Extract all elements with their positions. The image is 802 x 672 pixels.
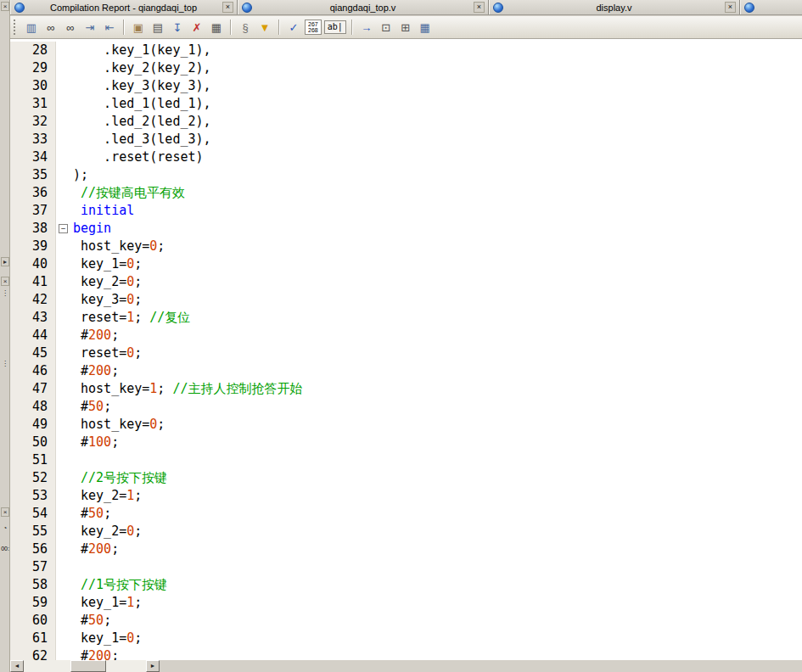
- fold-margin: [56, 523, 73, 540]
- close-dock-icon[interactable]: ×: [1, 2, 9, 11]
- code-line[interactable]: 34 .reset(reset): [10, 148, 802, 166]
- window-icon-1[interactable]: ⊡: [378, 19, 395, 36]
- expand-panel-icon[interactable]: ▸: [1, 257, 9, 266]
- copy-icon[interactable]: ▤: [149, 19, 166, 36]
- code-line[interactable]: 28 .key_1(key_1),: [10, 42, 802, 59]
- code-line[interactable]: 56 #200;: [10, 540, 802, 558]
- line-number: 57: [10, 558, 56, 576]
- tab-display[interactable]: display.v ×: [489, 0, 740, 14]
- fold-margin: [56, 184, 73, 202]
- fold-margin: [56, 362, 73, 380]
- code-line[interactable]: 33 .led_3(led_3),: [10, 131, 802, 148]
- ab-button[interactable]: ab|: [324, 20, 346, 34]
- toolbar-separator: [278, 20, 280, 35]
- code-line[interactable]: 42 key_3=0;: [10, 291, 802, 309]
- toolbar-separator: [123, 20, 125, 35]
- code-line[interactable]: 30 .key_3(key_3),: [10, 77, 802, 95]
- code-line[interactable]: 35);: [10, 166, 802, 184]
- code-line[interactable]: 29 .key_2(key_2),: [10, 59, 802, 77]
- code-line[interactable]: 37 initial: [10, 202, 802, 220]
- find-in-document-icon[interactable]: ▥: [23, 19, 40, 36]
- toolbar-separator: [351, 20, 353, 35]
- code-text: .key_1(key_1),: [73, 42, 802, 59]
- code-line[interactable]: 59 key_1=1;: [10, 594, 802, 612]
- code-line[interactable]: 62 #200;: [10, 647, 802, 660]
- dock-grip[interactable]: ⋮: [1, 360, 9, 369]
- code-line[interactable]: 57: [10, 558, 802, 576]
- find-in-files-icon[interactable]: ▦: [208, 19, 225, 36]
- close-panel-icon[interactable]: ×: [1, 507, 9, 517]
- toolbar-items: ▥∞∞⇥⇤▣▤↧✗▦§▼✓267268ab|→⊡⊞▦: [23, 19, 434, 36]
- tab-compilation-report[interactable]: Compilation Report - qiangdaqi_top ×: [10, 0, 238, 14]
- scrollbar-track[interactable]: [24, 660, 146, 672]
- window-icon-2[interactable]: ⊞: [397, 19, 414, 36]
- clock-icon[interactable]: ◔: [1, 524, 9, 534]
- window-icon-3[interactable]: ▦: [417, 19, 434, 36]
- paperclip-icon[interactable]: §: [237, 19, 254, 36]
- code-line[interactable]: 49 host_key=0;: [10, 416, 802, 434]
- close-tab-icon[interactable]: ×: [222, 2, 233, 13]
- document-icon: [493, 3, 503, 13]
- code-line[interactable]: 47 host_key=1; //主持人控制抢答开始: [10, 380, 802, 398]
- code-text: host_key=1; //主持人控制抢答开始: [73, 380, 802, 398]
- app-window: ×▸×⋮⋮×◔00: Compilation Report - qiangdaq…: [0, 0, 802, 672]
- insert-template-icon[interactable]: ↧: [169, 19, 186, 36]
- code-line[interactable]: 61 key_1=0;: [10, 630, 802, 647]
- horizontal-scrollbar[interactable]: ◄ ►: [10, 660, 160, 672]
- code-line[interactable]: 52 //2号按下按键: [10, 469, 802, 487]
- code-line[interactable]: 55 key_2=0;: [10, 523, 802, 540]
- code-text: .key_3(key_3),: [73, 77, 802, 95]
- delete-icon[interactable]: ✗: [188, 19, 205, 36]
- toolbar-grip[interactable]: [14, 20, 17, 35]
- code-text: .led_1(led_1),: [73, 95, 802, 113]
- find-replace-icon[interactable]: ∞: [62, 19, 79, 36]
- line-number: 47: [10, 380, 56, 398]
- line-number: 33: [10, 131, 56, 148]
- scroll-right-icon[interactable]: ►: [146, 660, 160, 672]
- scrollbar-thumb[interactable]: [70, 660, 106, 672]
- code-line[interactable]: 38−begin: [10, 220, 802, 238]
- close-tab-icon[interactable]: ×: [725, 2, 736, 13]
- close-tab-icon[interactable]: ×: [474, 2, 485, 13]
- code-line[interactable]: 40 key_1=0;: [10, 255, 802, 273]
- code-text: #200;: [73, 540, 802, 558]
- fold-margin: [56, 469, 73, 487]
- paste-icon[interactable]: ▣: [130, 19, 147, 36]
- fold-collapse-icon[interactable]: −: [59, 224, 68, 233]
- code-line[interactable]: 32 .led_2(led_2),: [10, 113, 802, 131]
- code-line[interactable]: 53 key_2=1;: [10, 487, 802, 505]
- code-line[interactable]: 58 //1号按下按键: [10, 576, 802, 594]
- code-line[interactable]: 46 #200;: [10, 362, 802, 380]
- filter-icon[interactable]: ▼: [256, 19, 273, 36]
- fold-margin: [56, 630, 73, 647]
- line-number: 61: [10, 630, 56, 647]
- code-line[interactable]: 51: [10, 451, 802, 469]
- indent-icon[interactable]: ⇥: [81, 19, 98, 36]
- code-line[interactable]: 39 host_key=0;: [10, 238, 802, 255]
- code-line[interactable]: 41 key_2=0;: [10, 273, 802, 291]
- tab-qiangdaqi-top[interactable]: qiangdaqi_top.v ×: [238, 0, 489, 14]
- fold-margin: [56, 113, 73, 131]
- fold-margin: [56, 255, 73, 273]
- code-line[interactable]: 60 #50;: [10, 612, 802, 630]
- outdent-icon[interactable]: ⇤: [101, 19, 118, 36]
- dock-grip[interactable]: ⋮: [1, 289, 9, 299]
- syntax-check-icon[interactable]: ✓: [285, 19, 302, 36]
- code-line[interactable]: 36 //按键高电平有效: [10, 184, 802, 202]
- code-line[interactable]: 31 .led_1(led_1),: [10, 95, 802, 113]
- code-line[interactable]: 43 reset=1; //复位: [10, 309, 802, 327]
- code-text: .led_2(led_2),: [73, 113, 802, 131]
- goto-icon[interactable]: →: [358, 19, 375, 36]
- code-line[interactable]: 54 #50;: [10, 505, 802, 523]
- find-icon[interactable]: ∞: [42, 19, 59, 36]
- line-number: 30: [10, 77, 56, 95]
- tab-partial[interactable]: [740, 0, 802, 14]
- code-line[interactable]: 45 reset=0;: [10, 344, 802, 362]
- scroll-left-icon[interactable]: ◄: [10, 660, 24, 672]
- code-line[interactable]: 44 #200;: [10, 327, 802, 344]
- fold-toggle-icon[interactable]: −: [56, 220, 73, 238]
- close-panel-icon[interactable]: ×: [1, 277, 9, 286]
- code-line[interactable]: 50 #100;: [10, 434, 802, 451]
- left-dock-strip: ×▸×⋮⋮×◔00:: [0, 0, 10, 672]
- code-line[interactable]: 48 #50;: [10, 398, 802, 416]
